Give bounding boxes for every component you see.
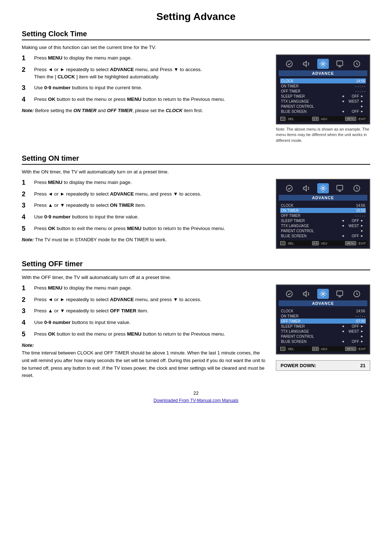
footer-link[interactable]: Downloaded From TV-Manual.com Manuals (22, 398, 370, 403)
menu-row-parent: PARENT CONTROL ► (280, 228, 366, 233)
icon-advance (317, 183, 329, 193)
menu-row-clock: CLOCK 14:56 (280, 203, 366, 208)
off-timer-intro: With the OFF timer, the TV will automati… (22, 275, 370, 280)
step-number: 2 (22, 296, 32, 304)
svg-rect-6 (337, 185, 343, 190)
on-timer-step-5: 5 Press OK button to exit the menu or pr… (22, 225, 269, 233)
off-timer-step-1: 1 Press MENU to display the menu main pa… (22, 284, 269, 292)
icon-sound (301, 289, 312, 299)
power-down-banner: POWER DOWN: 21 (276, 360, 370, 371)
menu-row-off-timer: OFF TIMER 07:00 (280, 319, 366, 324)
power-down-value: 21 (360, 363, 366, 368)
icon-extra (351, 289, 363, 299)
section-clock-title: Setting Clock Time (22, 30, 370, 40)
step-text: Press ▲ or ▼ repeatedly to select OFF TI… (34, 307, 269, 315)
svg-rect-2 (337, 61, 343, 66)
step-number: 1 (22, 179, 32, 187)
clock-step-4: 4 Press OK button to exit the menu or pr… (22, 96, 269, 104)
step-number: 1 (22, 54, 32, 62)
clock-step-3: 3 Use 0-9 number buttons to input the cu… (22, 84, 269, 92)
footer-adj: 0-9: ADJ (312, 117, 327, 121)
off-timer-steps: 1 Press MENU to display the menu main pa… (22, 284, 269, 379)
on-timer-menu-image: ADVANCE CLOCK 14:56 ON TIMER 15:50 OFF T… (276, 179, 370, 249)
step-text: Use 0-9 number buttons to input the curr… (34, 84, 269, 91)
clock-tv-menu: ADVANCE CLOCK 14:56 ON TIMER - - : - - O… (276, 54, 370, 124)
menu-row-blue: BLUE SCREEN ◄ OFF ► (280, 339, 366, 344)
menu-header: ADVANCE (279, 300, 367, 306)
on-timer-steps: 1 Press MENU to display the menu main pa… (22, 179, 269, 249)
on-timer-step-3: 3 Press ▲ or ▼ repeatedly to select ON T… (22, 202, 269, 210)
off-timer-step-3: 3 Press ▲ or ▼ repeatedly to select OFF … (22, 307, 269, 315)
on-timer-step-4: 4 Use 0-9 number buttons to input the ti… (22, 213, 269, 221)
step-text: Press MENU to display the menu main page… (34, 54, 269, 62)
page-title: Setting Advance (22, 11, 370, 22)
off-timer-note-text: The time interval between CLOCK and OFF … (22, 350, 265, 378)
page-number: 22 (22, 390, 370, 396)
menu-row-sleep: SLEEP TIMER ◄ OFF ► (280, 218, 366, 223)
footer-sel: ↑↓: SEL (280, 241, 294, 245)
svg-point-5 (322, 187, 324, 189)
step-text: Press MENU to display the menu main page… (34, 284, 269, 292)
footer-adj: 0-9: ADJ (312, 241, 327, 245)
svg-point-4 (286, 185, 293, 192)
step-number: 5 (22, 225, 32, 233)
icon-picture (283, 183, 295, 193)
svg-rect-10 (337, 291, 343, 296)
svg-point-1 (322, 63, 324, 65)
step-number: 4 (22, 319, 32, 327)
step-text: Press ◄ or ► repeatedly to select ADVANC… (34, 296, 269, 303)
menu-header: ADVANCE (279, 195, 367, 201)
icon-channel (334, 59, 346, 69)
menu-body: CLOCK 14:56 ON TIMER - - : - - OFF TIMER… (279, 77, 367, 115)
clock-note: Note: Before setting the ON TIMER and OF… (22, 107, 269, 114)
step-text: Press OK button to exit the menu or pres… (34, 225, 269, 232)
step-number: 4 (22, 96, 32, 104)
power-down-label: POWER DOWN: (281, 363, 316, 368)
off-timer-menu-image: ADVANCE CLOCK 14:56 ON TIMER - - : - - O… (276, 284, 370, 379)
step-number: 5 (22, 331, 32, 338)
off-timer-step-2: 2 Press ◄ or ► repeatedly to select ADVA… (22, 296, 269, 304)
clock-menu-image: ADVANCE CLOCK 14:56 ON TIMER - - : - - O… (276, 54, 370, 143)
icon-advance (317, 59, 329, 69)
menu-footer: ↑↓: SEL 0-9: ADJ MENU: EXIT (279, 346, 367, 352)
menu-row-blue: BLUE SCREEN ◄ OFF ► (280, 109, 366, 114)
menu-row-ttx: TTX LANGUAGE ◄ WEST ► (280, 99, 366, 104)
section-clock: Setting Clock Time Making use of this fu… (22, 30, 370, 143)
step-number: 3 (22, 202, 32, 210)
clock-image-note: Note: The above menu is shown as an exam… (276, 127, 370, 143)
off-timer-step-4: 4 Use 0-9 number buttons to input time v… (22, 319, 269, 327)
step-text: Press ◄ or ► repeatedly to select ADVANC… (34, 190, 269, 198)
off-timer-title: Setting OFF timer (22, 260, 370, 270)
clock-step-1: 1 Press MENU to display the menu main pa… (22, 54, 269, 62)
menu-row-off-timer: OFF TIMER - - : - - (280, 89, 366, 94)
menu-body: CLOCK 14:56 ON TIMER - - : - - OFF TIMER… (279, 307, 367, 345)
menu-row-off-timer: OFF TIMER - - : - - (280, 213, 366, 218)
menu-row-on-timer: ON TIMER - - : - - (280, 83, 366, 89)
step-text: Press OK button to exit the menu or pres… (34, 331, 269, 338)
off-timer-step-5: 5 Press OK button to exit the menu or pr… (22, 331, 269, 338)
step-number: 3 (22, 307, 32, 315)
step-number: 2 (22, 66, 32, 74)
clock-body: 1 Press MENU to display the menu main pa… (22, 54, 370, 143)
menu-row-clock: CLOCK 14:56 (280, 308, 366, 313)
on-timer-step-2: 2 Press ◄ or ► repeatedly to select ADVA… (22, 190, 269, 198)
icon-channel (334, 183, 346, 193)
icon-extra (351, 59, 363, 69)
menu-row-parent: PARENT CONTROL ► (280, 104, 366, 109)
clock-step-2: 2 Press ◄ or ► repeatedly to select ADVA… (22, 66, 269, 81)
svg-point-8 (286, 291, 293, 297)
step-text: Press ▲ or ▼ repeatedly to select ON TIM… (34, 202, 269, 209)
menu-row-ttx: TTX LANGUAGE ◄ WEST ► (280, 329, 366, 334)
on-timer-tv-menu: ADVANCE CLOCK 14:56 ON TIMER 15:50 OFF T… (276, 179, 370, 249)
svg-point-9 (322, 293, 324, 295)
icon-extra (351, 183, 363, 193)
on-timer-body: 1 Press MENU to display the menu main pa… (22, 179, 370, 249)
step-number: 2 (22, 190, 32, 198)
footer-exit: MENU: EXIT (345, 117, 366, 121)
svg-point-0 (286, 61, 293, 67)
off-timer-body: 1 Press MENU to display the menu main pa… (22, 284, 370, 379)
icon-sound (301, 59, 312, 69)
footer-exit: MENU: EXIT (345, 241, 366, 245)
menu-row-blue: BLUE SCREEN ◄ OFF ► (280, 233, 366, 238)
step-text: Use 0-9 number buttons to input the time… (34, 213, 269, 221)
